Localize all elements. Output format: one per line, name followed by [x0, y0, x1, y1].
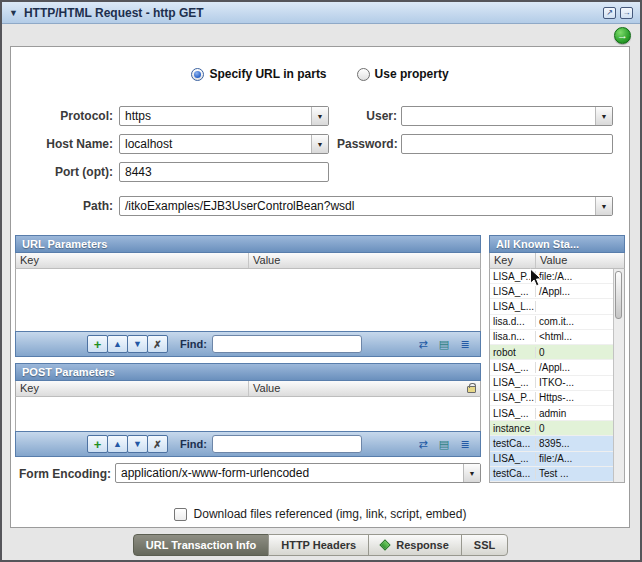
column-key[interactable]: Key: [16, 253, 249, 268]
state-value: Https-...: [536, 392, 624, 403]
copy-icon: ▤: [439, 438, 449, 451]
move-up-button[interactable]: ▲: [107, 435, 128, 453]
port-label: Port (opt):: [11, 165, 113, 179]
state-row[interactable]: LISA_.../Appl...: [490, 284, 624, 299]
column-value[interactable]: Value: [249, 253, 480, 268]
download-checkbox[interactable]: [174, 508, 187, 521]
list-view-button[interactable]: ≣: [456, 436, 474, 452]
scrollbar-thumb[interactable]: [615, 271, 622, 319]
title-bar: ▼ HTTP/HTML Request - http GET ↗ →: [2, 2, 640, 24]
column-value[interactable]: Value: [536, 253, 624, 268]
url-mode-radios: Specify URL in parts Use property: [11, 67, 629, 81]
state-row[interactable]: lisa.d...com.it...: [490, 315, 624, 330]
user-combobox[interactable]: ▼: [401, 106, 613, 126]
password-field[interactable]: [401, 134, 613, 154]
column-key[interactable]: Key: [490, 253, 536, 268]
execute-button[interactable]: →: [614, 27, 631, 44]
radio-specify-url-in-parts[interactable]: Specify URL in parts: [191, 67, 326, 81]
state-row[interactable]: testCa...8395...: [490, 436, 624, 451]
tab-label: HTTP Headers: [281, 539, 356, 551]
form-encoding-combobox[interactable]: application/x-www-form-urlencoded ▼: [115, 463, 481, 483]
column-key[interactable]: Key: [16, 381, 249, 396]
url-parameters-toolbar: + ▲ ▼ ✗ Find: ⇄ ▤ ≣: [15, 331, 481, 357]
tab-http-headers[interactable]: HTTP Headers: [268, 534, 369, 556]
add-icon: +: [94, 337, 102, 352]
swap-button[interactable]: ⇄: [414, 436, 432, 452]
host-name-label: Host Name:: [11, 137, 113, 151]
window-title: HTTP/HTML Request - http GET: [24, 6, 204, 20]
collapse-toggle-icon[interactable]: ▼: [9, 8, 18, 18]
copy-button[interactable]: ▤: [435, 336, 453, 352]
state-row[interactable]: testCa...Test ...: [490, 467, 624, 482]
tab-url-transaction-info[interactable]: URL Transaction Info: [133, 534, 269, 556]
path-value: /itkoExamples/EJB3UserControlBean?wsdl: [120, 197, 595, 215]
state-row[interactable]: lisa.n...<html...: [490, 330, 624, 345]
tab-response[interactable]: Response: [368, 534, 462, 556]
move-down-icon: ▼: [133, 439, 142, 449]
state-value: file:/A...: [536, 271, 624, 282]
move-down-button[interactable]: ▼: [127, 335, 148, 353]
swap-button[interactable]: ⇄: [414, 336, 432, 352]
state-row[interactable]: LISA_...file:/A...: [490, 452, 624, 467]
state-key: robot: [490, 347, 536, 358]
user-label: User:: [337, 109, 397, 123]
post-parameters-column-header: Key Value: [15, 381, 481, 397]
delete-row-button[interactable]: ✗: [147, 335, 168, 353]
list-view-button[interactable]: ≣: [456, 336, 474, 352]
post-parameters-title: POST Parameters: [22, 366, 115, 378]
post-parameters-panel: POST Parameters Key Value + ▲ ▼ ✗ Find: …: [15, 363, 481, 457]
url-find-input[interactable]: [212, 335, 362, 353]
radio-selected-icon: [191, 68, 204, 81]
column-value[interactable]: Value: [249, 381, 480, 396]
move-up-button[interactable]: ▲: [107, 335, 128, 353]
state-key: lisa.d...: [490, 316, 536, 327]
move-down-icon: ▼: [133, 339, 142, 349]
swap-icon: ⇄: [418, 338, 427, 351]
delete-icon: ✗: [153, 439, 161, 450]
state-row[interactable]: LISA_P...file:/A...: [490, 269, 624, 284]
state-row[interactable]: LISA_...admin: [490, 406, 624, 421]
port-field[interactable]: [119, 162, 329, 182]
state-row[interactable]: LISA_P...Https-...: [490, 391, 624, 406]
post-parameters-toolbar: + ▲ ▼ ✗ Find: ⇄ ▤ ≣: [15, 431, 481, 457]
radio-use-property-label: Use property: [375, 67, 449, 81]
form-encoding-label: Form Encoding:: [13, 467, 111, 481]
all-known-state-panel: All Known Sta... Key Value LISA_P...file…: [489, 235, 625, 483]
path-combobox[interactable]: /itkoExamples/EJB3UserControlBean?wsdl ▼: [119, 196, 613, 216]
protocol-combobox[interactable]: https ▼: [119, 106, 329, 126]
host-name-value: localhost: [120, 135, 311, 153]
tab-ssl[interactable]: SSL: [461, 534, 508, 556]
combo-arrow-icon: ▼: [595, 107, 612, 125]
detach-window-icon[interactable]: →: [620, 7, 633, 19]
state-table[interactable]: LISA_P...file:/A... LISA_.../Appl... LIS…: [489, 269, 625, 483]
state-row[interactable]: LISA_.../Appl...: [490, 360, 624, 375]
state-key: testCa...: [490, 468, 536, 479]
host-name-combobox[interactable]: localhost ▼: [119, 134, 329, 154]
download-checkbox-label: Download files referenced (img, link, sc…: [194, 507, 467, 521]
delete-row-button[interactable]: ✗: [147, 435, 168, 453]
post-parameters-table-body[interactable]: [15, 397, 481, 431]
state-row[interactable]: LISA_L...: [490, 299, 624, 314]
state-row[interactable]: LISA_...ITKO-...: [490, 376, 624, 391]
delete-icon: ✗: [153, 339, 161, 350]
state-value: 8395...: [536, 438, 624, 449]
add-row-button[interactable]: +: [87, 435, 108, 453]
radio-use-property[interactable]: Use property: [357, 67, 449, 81]
state-scrollbar[interactable]: [613, 269, 624, 482]
http-request-window: ▼ HTTP/HTML Request - http GET ↗ → → Spe…: [0, 0, 642, 562]
state-key: LISA_P...: [490, 392, 536, 403]
state-row[interactable]: robot0: [490, 345, 624, 360]
state-value: 0: [536, 347, 624, 358]
state-value: file:/A...: [536, 453, 624, 464]
state-value: /Appl...: [536, 286, 624, 297]
move-down-button[interactable]: ▼: [127, 435, 148, 453]
state-key: testCa...: [490, 438, 536, 449]
copy-button[interactable]: ▤: [435, 436, 453, 452]
url-parameters-table-body[interactable]: [15, 269, 481, 331]
state-row[interactable]: instance0: [490, 421, 624, 436]
add-row-button[interactable]: +: [87, 335, 108, 353]
tab-label: SSL: [474, 539, 495, 551]
restore-window-icon[interactable]: ↗: [603, 7, 616, 19]
post-find-input[interactable]: [212, 435, 362, 453]
tab-label: URL Transaction Info: [146, 539, 256, 551]
